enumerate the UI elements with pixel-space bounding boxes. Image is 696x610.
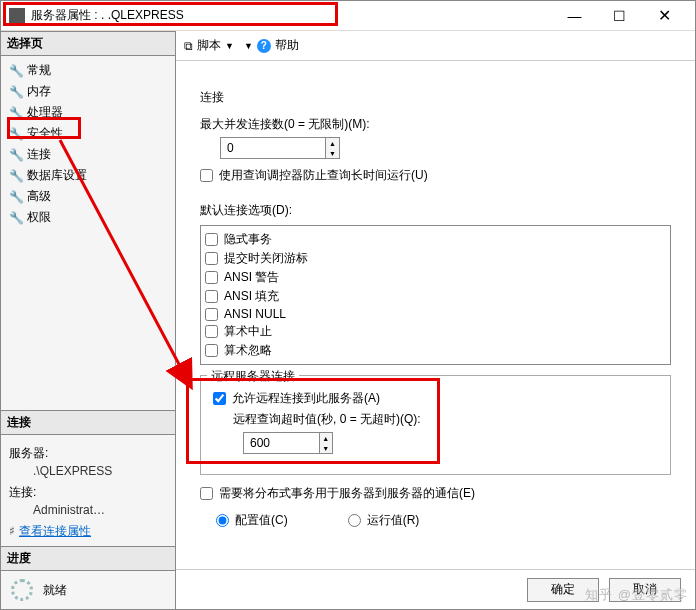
maximize-button[interactable]: ☐ [597, 2, 642, 30]
connection-info: 服务器: .\QLEXPRESS 连接: Administrat… ♯查看连接属… [1, 435, 175, 546]
help-icon: ? [257, 39, 271, 53]
script-label: 脚本 [197, 37, 221, 54]
view-connection-properties-link[interactable]: 查看连接属性 [19, 524, 91, 538]
remote-timeout-label: 远程查询超时值(秒, 0 = 无超时)(Q): [233, 411, 658, 428]
remote-legend: 远程服务器连接 [207, 368, 299, 385]
nav-advanced[interactable]: 🔧高级 [1, 186, 175, 207]
opt-label: 算术中止 [224, 323, 272, 340]
wrench-icon: 🔧 [9, 169, 23, 183]
opt-label: ANSI NULL [224, 307, 286, 321]
wrench-icon: 🔧 [9, 85, 23, 99]
wrench-icon: 🔧 [9, 190, 23, 204]
minimize-button[interactable]: — [552, 2, 597, 30]
app-icon [9, 8, 25, 24]
connection-section-title: 连接 [200, 89, 671, 106]
sidebar: 选择页 🔧常规 🔧内存 🔧处理器 🔧安全性 🔧连接 🔧数据库设置 🔧高级 🔧权限… [1, 31, 176, 609]
progress-row: 就绪 [1, 571, 175, 609]
nav-connections[interactable]: 🔧连接 [1, 144, 175, 165]
opt-label: 算术忽略 [224, 342, 272, 359]
nav-permissions[interactable]: 🔧权限 [1, 207, 175, 228]
help-button[interactable]: ▼ ? 帮助 [244, 37, 299, 54]
allow-remote-label: 允许远程连接到此服务器(A) [232, 390, 380, 407]
opt-label: ANSI 警告 [224, 269, 279, 286]
script-dropdown[interactable]: ⧉ 脚本 ▼ [184, 37, 234, 54]
spin-down-icon[interactable]: ▼ [326, 148, 339, 158]
nav-list: 🔧常规 🔧内存 🔧处理器 🔧安全性 🔧连接 🔧数据库设置 🔧高级 🔧权限 [1, 56, 175, 232]
spin-up-icon[interactable]: ▲ [326, 138, 339, 148]
max-connections-label: 最大并发连接数(0 = 无限制)(M): [200, 116, 671, 133]
wrench-icon: 🔧 [9, 127, 23, 141]
select-page-header: 选择页 [1, 31, 175, 56]
opt-implicit[interactable] [205, 233, 218, 246]
close-button[interactable]: ✕ [642, 2, 687, 30]
progress-spinner-icon [11, 579, 33, 601]
nav-security[interactable]: 🔧安全性 [1, 123, 175, 144]
opt-ansi-warn[interactable] [205, 271, 218, 284]
nav-memory[interactable]: 🔧内存 [1, 81, 175, 102]
titlebar: 服务器属性 : . .QLEXPRESS — ☐ ✕ [1, 1, 695, 31]
remote-timeout-input[interactable] [244, 433, 319, 453]
opt-label: ANSI 填充 [224, 288, 279, 305]
radio-config[interactable]: 配置值(C) [216, 512, 288, 529]
nav-label: 内存 [27, 83, 51, 100]
use-governor-checkbox[interactable] [200, 169, 213, 182]
server-value: .\QLEXPRESS [33, 464, 167, 478]
conn-label: 连接: [9, 484, 167, 501]
spin-down-icon[interactable]: ▼ [320, 443, 332, 453]
nav-database-settings[interactable]: 🔧数据库设置 [1, 165, 175, 186]
progress-header: 进度 [1, 546, 175, 571]
nav-label: 处理器 [27, 104, 63, 121]
script-icon: ⧉ [184, 39, 193, 53]
content-area: 连接 最大并发连接数(0 = 无限制)(M): ▲▼ 使用查询调控器防止查询长时… [176, 61, 695, 569]
nav-label: 权限 [27, 209, 51, 226]
default-options-list[interactable]: 隐式事务 提交时关闭游标 ANSI 警告 ANSI 填充 ANSI NULL 算… [200, 225, 671, 365]
opt-label: 隐式事务 [224, 231, 272, 248]
opt-arith-abort[interactable] [205, 325, 218, 338]
chevron-down-icon: ▼ [225, 41, 234, 51]
remote-timeout-spinner[interactable]: ▲▼ [243, 432, 333, 454]
help-label: 帮助 [275, 37, 299, 54]
wrench-icon: 🔧 [9, 211, 23, 225]
use-governor-label: 使用查询调控器防止查询长时间运行(U) [219, 167, 428, 184]
wrench-icon: 🔧 [9, 64, 23, 78]
conn-value: Administrat… [33, 503, 167, 517]
default-options-label: 默认连接选项(D): [200, 202, 671, 219]
nav-label: 常规 [27, 62, 51, 79]
server-label: 服务器: [9, 445, 167, 462]
nav-label: 安全性 [27, 125, 63, 142]
toolbar: ⧉ 脚本 ▼ ▼ ? 帮助 [176, 31, 695, 61]
opt-close-cursor[interactable] [205, 252, 218, 265]
chevron-down-icon: ▼ [244, 41, 253, 51]
radio-running[interactable]: 运行值(R) [348, 512, 420, 529]
opt-arith-ignore[interactable] [205, 344, 218, 357]
window-title: 服务器属性 : . .QLEXPRESS [31, 7, 552, 24]
watermark: 知乎 @壹零贰零 [585, 586, 688, 604]
max-connections-input[interactable] [221, 138, 325, 158]
wrench-icon: 🔧 [9, 148, 23, 162]
wrench-icon: 🔧 [9, 106, 23, 120]
link-icon: ♯ [9, 524, 15, 538]
nav-label: 连接 [27, 146, 51, 163]
progress-status: 就绪 [43, 582, 67, 599]
spin-up-icon[interactable]: ▲ [320, 433, 332, 443]
connection-header: 连接 [1, 410, 175, 435]
nav-processor[interactable]: 🔧处理器 [1, 102, 175, 123]
remote-server-fieldset: 远程服务器连接 允许远程连接到此服务器(A) 远程查询超时值(秒, 0 = 无超… [200, 375, 671, 475]
max-connections-spinner[interactable]: ▲▼ [220, 137, 340, 159]
nav-label: 数据库设置 [27, 167, 87, 184]
allow-remote-checkbox[interactable] [213, 392, 226, 405]
dist-trans-label: 需要将分布式事务用于服务器到服务器的通信(E) [219, 485, 475, 502]
opt-ansi-pad[interactable] [205, 290, 218, 303]
nav-label: 高级 [27, 188, 51, 205]
opt-label: 提交时关闭游标 [224, 250, 308, 267]
opt-ansi-null[interactable] [205, 308, 218, 321]
nav-general[interactable]: 🔧常规 [1, 60, 175, 81]
dist-trans-checkbox[interactable] [200, 487, 213, 500]
